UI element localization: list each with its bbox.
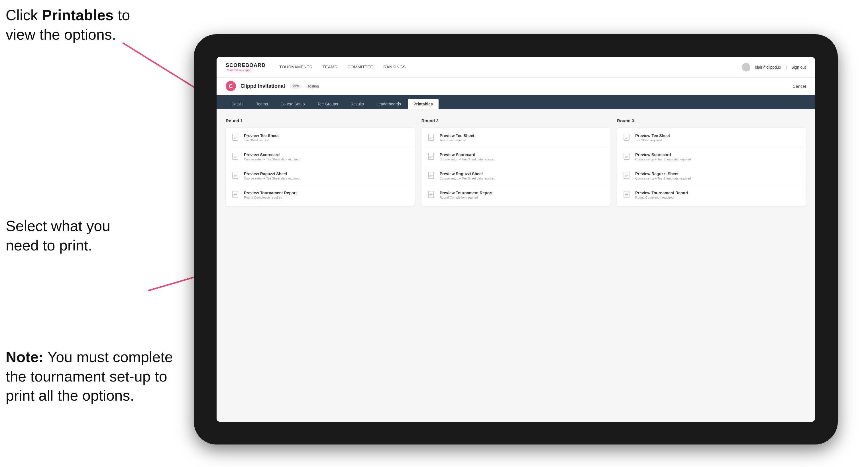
tournament-badge: Men [289,84,302,89]
round1-tee-sheet-subtitle: Tee Sheet required [244,138,279,142]
tab-tee-groups[interactable]: Tee Groups [312,99,344,109]
user-email: blair@clippd.io [755,65,781,69]
scoreboard-brand: SCOREBOARD Powered by clippd [226,62,266,72]
round2-raguzzi[interactable]: Preview Raguzzi Sheet Course setup + Tee… [424,168,608,185]
round1-tournament-report-text: Preview Tournament Report Round Completi… [244,191,297,199]
round1-scorecard-subtitle: Course setup + Tee Sheet data required [244,158,300,161]
round2-tournament-report-subtitle: Round Completion required [440,196,493,199]
nav-left: SCOREBOARD Powered by clippd TOURNAMENTS… [226,62,406,72]
round1-raguzzi[interactable]: Preview Raguzzi Sheet Course setup + Tee… [228,168,412,185]
document-icon-3 [232,172,240,181]
round1-raguzzi-subtitle: Course setup + Tee Sheet data required [244,177,300,180]
nav-link-rankings[interactable]: RANKINGS [383,63,405,71]
round3-tournament-report-title: Preview Tournament Report [635,191,688,195]
round2-scorecard[interactable]: Preview Scorecard Course setup + Tee She… [424,149,608,165]
content-area: Round 1 Preview Tee Sheet Tee S [217,109,815,422]
separator: | [786,65,787,69]
rounds-grid: Round 1 Preview Tee Sheet Tee S [226,118,806,206]
round2-tee-sheet-subtitle: Tee Sheet required [440,138,474,142]
divider [228,186,412,186]
round2-scorecard-subtitle: Course setup + Tee Sheet data required [440,158,495,161]
round-2-col: Round 2 Preview Tee Sheet Tee S [422,118,610,206]
round-2-cards: Preview Tee Sheet Tee Sheet required [422,128,610,206]
round1-tee-sheet-title: Preview Tee Sheet [244,133,279,138]
instruction-bottom-bold: Note: [6,349,43,365]
document-icon-6 [428,152,436,162]
round2-raguzzi-text: Preview Raguzzi Sheet Course setup + Tee… [440,172,495,180]
cancel-button[interactable]: Cancel [793,84,806,89]
round2-tee-sheet-title: Preview Tee Sheet [440,133,474,138]
scoreboard-sub: Powered by clippd [226,68,266,72]
tab-results[interactable]: Results [345,99,370,109]
round1-tee-sheet[interactable]: Preview Tee Sheet Tee Sheet required [228,130,412,147]
round2-tee-sheet[interactable]: Preview Tee Sheet Tee Sheet required [424,130,608,147]
round3-tee-sheet-text: Preview Tee Sheet Tee Sheet required [635,133,670,142]
round3-scorecard-title: Preview Scorecard [635,152,691,157]
round2-tournament-report[interactable]: Preview Tournament Report Round Completi… [424,187,608,204]
document-icon-10 [623,152,631,162]
nav-link-teams[interactable]: TEAMS [322,63,337,71]
round3-raguzzi-subtitle: Course setup + Tee Sheet data required [635,177,691,180]
round1-tournament-report[interactable]: Preview Tournament Report Round Completi… [228,187,412,204]
tournament-left: C Clippd Invitational Men Hosting [226,81,319,91]
top-nav: SCOREBOARD Powered by clippd TOURNAMENTS… [217,57,815,77]
round2-tee-sheet-text: Preview Tee Sheet Tee Sheet required [440,133,474,142]
document-icon-12 [623,191,631,200]
round3-scorecard-subtitle: Course setup + Tee Sheet data required [635,158,691,161]
scoreboard-title: SCOREBOARD [226,62,266,68]
document-icon-4 [232,191,240,200]
nav-link-tournaments[interactable]: TOURNAMENTS [279,63,312,71]
round3-tournament-report[interactable]: Preview Tournament Report Round Completi… [619,187,804,204]
document-icon-9 [623,133,631,143]
tab-leaderboards[interactable]: Leaderboards [371,99,407,109]
round3-tee-sheet[interactable]: Preview Tee Sheet Tee Sheet required [619,130,804,147]
round2-tournament-report-text: Preview Tournament Report Round Completi… [440,191,493,199]
round3-raguzzi-text: Preview Raguzzi Sheet Course setup + Tee… [635,172,691,180]
round1-raguzzi-title: Preview Raguzzi Sheet [244,172,300,176]
round-1-cards: Preview Tee Sheet Tee Sheet required [226,128,414,206]
divider [424,186,608,186]
instruction-middle-line1: Select what you [6,218,110,234]
sub-nav: Details Teams Course Setup Tee Groups Re… [217,95,815,109]
divider [228,148,412,148]
tournament-logo: C [226,81,236,91]
round3-tee-sheet-title: Preview Tee Sheet [635,133,670,138]
tab-course-setup[interactable]: Course Setup [275,99,311,109]
tab-printables[interactable]: Printables [408,99,439,109]
divider [619,148,804,148]
round-1-col: Round 1 Preview Tee Sheet Tee S [226,118,414,206]
divider [228,167,412,167]
tournament-header: C Clippd Invitational Men Hosting Cancel [217,77,815,95]
tournament-status: Hosting [306,84,319,88]
tab-details[interactable]: Details [226,99,249,109]
document-icon-5 [428,133,436,143]
round1-scorecard[interactable]: Preview Scorecard Course setup + Tee She… [228,149,412,165]
tablet: SCOREBOARD Powered by clippd TOURNAMENTS… [194,34,838,444]
round2-scorecard-text: Preview Scorecard Course setup + Tee She… [440,152,495,161]
round1-tee-sheet-text: Preview Tee Sheet Tee Sheet required [244,133,279,142]
round1-raguzzi-text: Preview Raguzzi Sheet Course setup + Tee… [244,172,300,180]
nav-link-committee[interactable]: COMMITTEE [347,63,373,71]
tablet-screen: SCOREBOARD Powered by clippd TOURNAMENTS… [217,57,815,422]
document-icon-7 [428,172,436,181]
round-3-title: Round 3 [617,118,806,123]
round2-tournament-report-title: Preview Tournament Report [440,191,493,195]
divider [619,186,804,186]
user-avatar [742,63,750,71]
round2-raguzzi-subtitle: Course setup + Tee Sheet data required [440,177,495,180]
tab-teams[interactable]: Teams [250,99,274,109]
document-icon-8 [428,191,436,200]
round1-tournament-report-title: Preview Tournament Report [244,191,297,195]
instruction-middle-line2: need to print. [6,237,92,254]
round3-raguzzi[interactable]: Preview Raguzzi Sheet Course setup + Tee… [619,168,804,185]
instruction-top-line2: view the options. [6,26,116,43]
round3-scorecard[interactable]: Preview Scorecard Course setup + Tee She… [619,149,804,165]
round3-raguzzi-title: Preview Raguzzi Sheet [635,172,691,176]
sign-out-link[interactable]: Sign out [792,65,806,69]
nav-right: blair@clippd.io | Sign out [742,63,806,71]
round1-scorecard-text: Preview Scorecard Course setup + Tee She… [244,152,300,161]
top-nav-links: TOURNAMENTS TEAMS COMMITTEE RANKINGS [279,63,406,71]
round-3-col: Round 3 Preview Tee Sheet Tee S [617,118,806,206]
divider [619,167,804,167]
divider [424,148,608,148]
